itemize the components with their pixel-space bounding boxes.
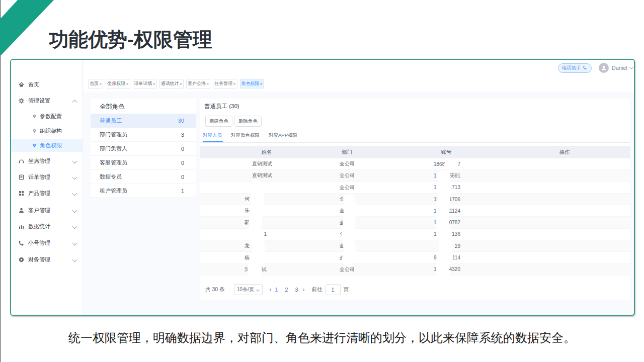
detail-tab-1[interactable]: 对应人员 xyxy=(203,132,222,141)
app-sidebar: 首页管理设置参数配置组织架构角色权限坐席管理话单管理产品管理客户管理数据统计小号… xyxy=(11,60,83,315)
cell-name: 朱 xyxy=(245,205,267,216)
role-name: 部门负责人 xyxy=(100,145,127,152)
tab-close-icon[interactable]: × xyxy=(180,81,182,86)
delete-role-button[interactable]: 删除角色 xyxy=(234,116,262,127)
table-row-4[interactable]: 何全公司1531706 xyxy=(200,194,630,205)
nav-tab-3[interactable]: 话单详情× xyxy=(133,79,157,88)
tab-close-icon[interactable]: × xyxy=(260,81,263,86)
tab-close-icon[interactable]: × xyxy=(99,81,102,86)
sidebar-item-8[interactable]: 产品管理 xyxy=(11,187,83,200)
user-menu-chevron-icon[interactable] xyxy=(629,65,633,69)
sidebar-item-label: 客户管理 xyxy=(28,207,50,214)
role-detail-panel: 普通员工 (30) 新建角色 删除角色 对应人员对应后台权限对应APP权限 姓名… xyxy=(200,99,630,300)
nav-tab-label: 话单详情 xyxy=(134,80,152,87)
coin-icon xyxy=(18,256,25,263)
page-number-2[interactable]: 2 xyxy=(282,287,292,293)
cell-account: 164320 xyxy=(434,264,460,275)
sidebar-item-6[interactable]: 坐席管理 xyxy=(11,154,83,167)
phone-icon xyxy=(583,65,588,70)
table-row-3[interactable]: 全公司11713 xyxy=(200,182,630,194)
cell-name: 1 xyxy=(245,229,267,240)
role-item-3[interactable]: 部门负责人0 xyxy=(91,142,196,156)
nav-tab-2[interactable]: 坐席权限× xyxy=(106,79,130,88)
role-item-1[interactable]: 普通员工30 xyxy=(91,114,196,128)
tab-close-icon[interactable]: × xyxy=(153,81,155,86)
table-row-2[interactable]: 直销测试全公司15591 xyxy=(200,170,630,182)
role-count: 0 xyxy=(181,174,184,180)
cell-account: 9114 xyxy=(434,252,460,263)
sidebar-item-2[interactable]: 管理设置 xyxy=(11,94,83,107)
page-number-3[interactable]: 3 xyxy=(292,287,302,293)
table-row-10[interactable]: 深试全公司164320 xyxy=(200,264,630,276)
sidebar-item-9[interactable]: 客户管理 xyxy=(11,204,83,217)
sidebar-expand-chevron-icon xyxy=(72,208,77,213)
tab-close-icon[interactable]: × xyxy=(206,81,209,86)
page-number-1[interactable]: 1 xyxy=(272,287,282,293)
col-header-3: 账号 xyxy=(441,146,452,158)
cell-dept: 全公司 xyxy=(340,170,355,181)
sidebar-item-10[interactable]: 数据统计 xyxy=(11,220,83,233)
role-item-6[interactable]: 租户管理员1 xyxy=(91,184,196,198)
detail-tab-2[interactable]: 对应后台权限 xyxy=(231,132,260,141)
sidebar-item-1[interactable]: 首页 xyxy=(11,78,83,91)
nav-tab-1[interactable]: 首页× xyxy=(88,79,103,88)
role-item-4[interactable]: 客服管理员0 xyxy=(91,156,196,170)
nav-tab-4[interactable]: 通话统计× xyxy=(159,79,184,88)
home-icon xyxy=(18,81,25,88)
create-role-button[interactable]: 新建角色 xyxy=(205,116,232,127)
table-row-8[interactable]: 龙全公司29 xyxy=(200,240,630,252)
headset-icon xyxy=(18,158,25,164)
sidebar-item-label: 管理设置 xyxy=(28,97,50,105)
sidebar-item-7[interactable]: 话单管理 xyxy=(11,170,83,184)
role-count: 3 xyxy=(181,132,184,138)
user-avatar[interactable] xyxy=(599,63,609,73)
tab-close-icon[interactable]: × xyxy=(126,81,128,86)
table-header-row: 姓名部门账号操作 xyxy=(200,146,630,158)
sidebar-item-5[interactable]: 角色权限 xyxy=(11,139,83,152)
table-row-6[interactable]: 郭全公司10782 xyxy=(200,217,630,229)
gear-icon xyxy=(18,98,25,104)
role-item-2[interactable]: 部门管理员3 xyxy=(91,128,196,142)
role-count: 30 xyxy=(178,118,184,124)
sidebar-item-3[interactable]: 参数配置 xyxy=(11,110,83,123)
role-name: 数据专员 xyxy=(100,173,122,180)
slide-caption: 统一权限管理，明确数据边界，对部门、角色来进行清晰的划分，以此来保障系统的数据安… xyxy=(0,330,644,346)
sidebar-item-label: 角色权限 xyxy=(40,142,62,149)
user-icon xyxy=(18,207,25,214)
page-size-value: 10条/页 xyxy=(237,286,254,293)
sidebar-item-11[interactable]: 小号管理 xyxy=(11,236,83,249)
nav-tab-label: 首页 xyxy=(90,80,99,87)
sidebar-item-label: 话单管理 xyxy=(28,173,50,181)
nav-tab-5[interactable]: 客户公海× xyxy=(186,79,210,88)
nav-tab-6[interactable]: 任务管理× xyxy=(213,79,237,88)
sidebar-item-4[interactable]: 组织架构 xyxy=(11,124,83,137)
cell-dept: 全公司 xyxy=(340,252,355,263)
page-size-select[interactable]: 10条/页 xyxy=(234,284,263,295)
phone-assistant-button[interactable]: 电话助手 xyxy=(558,63,592,73)
table-row-5[interactable]: 朱全公司1811124 xyxy=(200,205,630,217)
cell-dept: 全公司 xyxy=(340,240,355,251)
cell-dept: 全公司 xyxy=(340,158,355,169)
sidebar-item-label: 数据统计 xyxy=(28,223,50,230)
chart-icon xyxy=(18,223,25,230)
table-row-1[interactable]: 直销测试全公司186857 xyxy=(200,158,630,170)
detail-tab-3[interactable]: 对应APP权限 xyxy=(269,132,297,141)
role-item-5[interactable]: 数据专员0 xyxy=(91,170,196,184)
sidebar-item-12[interactable]: 财务管理 xyxy=(11,253,83,266)
user-name[interactable]: Daniel xyxy=(612,65,627,71)
tab-close-icon[interactable]: × xyxy=(233,81,235,86)
roles-panel: 全部角色 普通员工30部门管理员3部门负责人0客服管理员0数据专员0租户管理员1 xyxy=(91,99,196,197)
table-row-9[interactable]: 杨全公司9114 xyxy=(200,252,630,263)
doc-icon xyxy=(18,174,25,180)
app-topbar: 电话助手 Daniel 首页×坐席权限×话单详情×通话统计×客户公海×任务管理×… xyxy=(84,60,634,92)
table-row-7[interactable]: 1全公司1136 xyxy=(200,229,630,240)
goto-page-input[interactable]: 1 xyxy=(326,284,341,295)
cell-account: 1136 xyxy=(434,229,460,240)
nav-tab-7[interactable]: 角色权限× xyxy=(240,79,264,88)
sidebar-expand-chevron-icon xyxy=(72,158,77,163)
cell-name: 郭 xyxy=(245,217,267,228)
cell-name: 直销测试 xyxy=(252,158,272,169)
sidebar-expand-chevron-icon xyxy=(72,224,77,229)
sidebar-item-label: 组织架构 xyxy=(40,127,62,135)
next-page-arrow[interactable]: › xyxy=(303,286,305,293)
